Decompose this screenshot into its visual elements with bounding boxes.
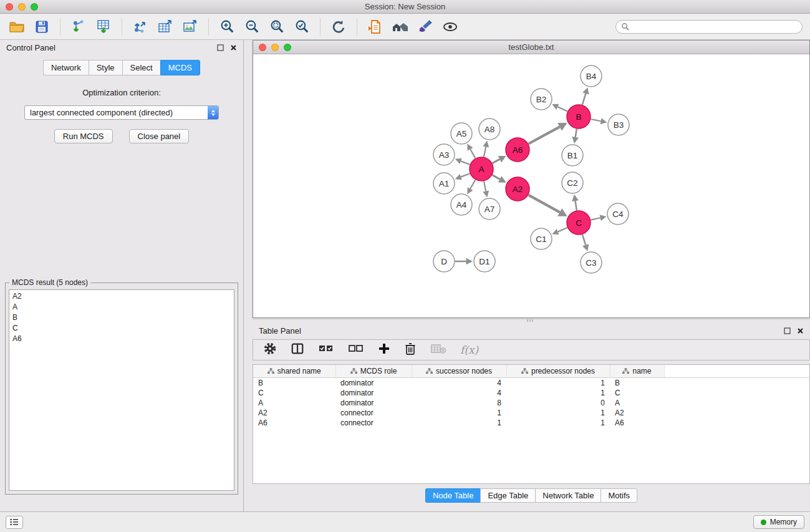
graph-edge-C-C4[interactable] [591,218,600,220]
zoom-out-button[interactable] [243,17,261,36]
network-minimize-button[interactable] [271,44,279,51]
import-network-button[interactable] [69,17,88,36]
table-cell-successors[interactable]: 1 [412,408,506,418]
graph-edge-A6-B[interactable] [529,127,560,143]
column-header[interactable]: name [610,365,664,377]
mcds-result-item[interactable]: A [9,302,234,312]
run-mcds-button[interactable]: Run MCDS [54,129,113,143]
table-cell-mcds_role[interactable]: dominator [335,388,412,398]
graph-edge-B-B1[interactable] [576,129,577,137]
graph-edge-B-B3[interactable] [591,119,601,121]
close-panel-icon[interactable] [230,44,237,51]
table-cell-shared_name[interactable]: A [253,398,335,408]
graph-edge-A-A3[interactable] [461,161,470,164]
show-columns-button[interactable] [291,342,304,358]
table-cell-name[interactable]: A [610,398,664,408]
tab-edge-table[interactable]: Edge Table [480,488,535,503]
float-panel-icon[interactable] [217,44,224,51]
minimize-window-button[interactable] [18,3,26,11]
delete-column-button[interactable] [404,342,417,358]
show-hide-button[interactable] [441,17,460,36]
save-session-button[interactable] [32,17,51,36]
close-panel-button[interactable]: Close panel [129,129,190,143]
maximize-window-button[interactable] [31,3,38,11]
graph-edge-A-A6[interactable] [493,159,500,163]
zoom-selected-button[interactable] [292,17,311,36]
float-table-panel-icon[interactable] [784,327,791,334]
network-canvas[interactable]: B4B2BB3A5A8A6A3B1AA1C2A2A4A7C4CC1C3DD1 [253,54,809,317]
memory-button[interactable]: Memory [753,515,804,529]
table-cell-shared_name[interactable]: C [253,388,335,398]
table-cell-mcds_role[interactable]: connector [335,408,412,418]
table-cell-mcds_role[interactable]: dominator [335,377,412,388]
graph-edge-A-A8[interactable] [484,147,486,157]
table-row[interactable]: A2connector11A2 [253,408,809,418]
graph-edge-A2-C[interactable] [529,195,560,213]
deselect-all-button[interactable] [348,342,364,357]
tab-motifs[interactable]: Motifs [600,488,637,503]
export-image-button[interactable] [181,17,200,36]
open-network-file-button[interactable] [366,17,385,36]
network-close-button[interactable] [259,44,266,51]
graph-edge-C-C3[interactable] [582,235,586,245]
tab-select[interactable]: Select [122,60,160,75]
graph-edge-A-A1[interactable] [461,173,470,177]
column-header[interactable]: shared name [253,365,335,377]
add-column-button[interactable] [378,342,390,357]
column-header[interactable]: successor nodes [412,365,506,377]
graph-edge-B-B2[interactable] [557,107,567,111]
close-table-panel-icon[interactable] [797,327,804,334]
graph-edge-C-C1[interactable] [558,228,567,232]
tab-node-table[interactable]: Node Table [425,488,481,503]
graph-edge-A-A7[interactable] [484,181,486,191]
table-cell-predecessors[interactable]: 1 [506,377,610,388]
mcds-result-item[interactable]: C [9,323,234,334]
export-network-button[interactable] [131,17,150,36]
table-cell-name[interactable]: A2 [610,408,664,418]
table-cell-successors[interactable]: 4 [412,377,506,388]
tab-network[interactable]: Network [43,60,89,75]
table-cell-shared_name[interactable]: A2 [253,408,335,418]
export-table-button[interactable] [156,17,175,36]
table-cell-name[interactable]: C [610,388,664,398]
graph-edge-A-A2[interactable] [493,175,500,180]
import-table-button[interactable] [94,17,113,36]
refresh-button[interactable] [329,17,348,36]
table-row[interactable]: Adominator80A [253,398,809,408]
table-row[interactable]: A6connector11A6 [253,418,809,428]
graph-edge-B-B4[interactable] [582,94,586,105]
table-cell-successors[interactable]: 1 [412,418,506,428]
graph-edge-A-A5[interactable] [470,149,475,158]
zoom-in-button[interactable] [218,17,236,36]
table-cell-mcds_role[interactable]: connector [335,418,412,428]
table-cell-successors[interactable]: 8 [412,398,506,408]
table-cell-predecessors[interactable]: 1 [506,408,610,418]
column-header[interactable]: predecessor nodes [506,365,610,377]
close-window-button[interactable] [6,3,13,11]
table-cell-shared_name[interactable]: B [253,377,335,388]
tab-network-table[interactable]: Network Table [535,488,600,503]
panel-divider-handle[interactable] [527,319,542,322]
mcds-result-item[interactable]: A2 [9,291,234,302]
table-cell-predecessors[interactable]: 1 [506,418,610,428]
network-maximize-button[interactable] [284,44,291,51]
mcds-result-item[interactable]: A6 [9,334,234,344]
table-cell-successors[interactable]: 4 [412,388,506,398]
criterion-dropdown[interactable]: largest connected component (directed) [24,105,219,120]
graph-edge-A-A4[interactable] [470,180,475,188]
column-header[interactable]: MCDS role [335,365,412,377]
search-field[interactable] [615,20,803,34]
table-cell-name[interactable]: A6 [610,418,664,428]
table-row[interactable]: Bdominator41B [253,377,809,388]
table-cell-predecessors[interactable]: 1 [506,388,610,398]
table-row[interactable]: Cdominator41C [253,388,809,398]
table-cell-shared_name[interactable]: A6 [253,418,335,428]
mcds-result-list[interactable]: A2ABCA6 [9,289,234,491]
tab-mcds[interactable]: MCDS [160,60,200,75]
table-cell-predecessors[interactable]: 0 [506,398,610,408]
tab-style[interactable]: Style [89,60,122,75]
task-history-button[interactable] [6,516,23,529]
table-settings-button[interactable] [263,342,277,358]
search-input[interactable] [632,22,797,31]
home-button[interactable] [391,17,410,36]
